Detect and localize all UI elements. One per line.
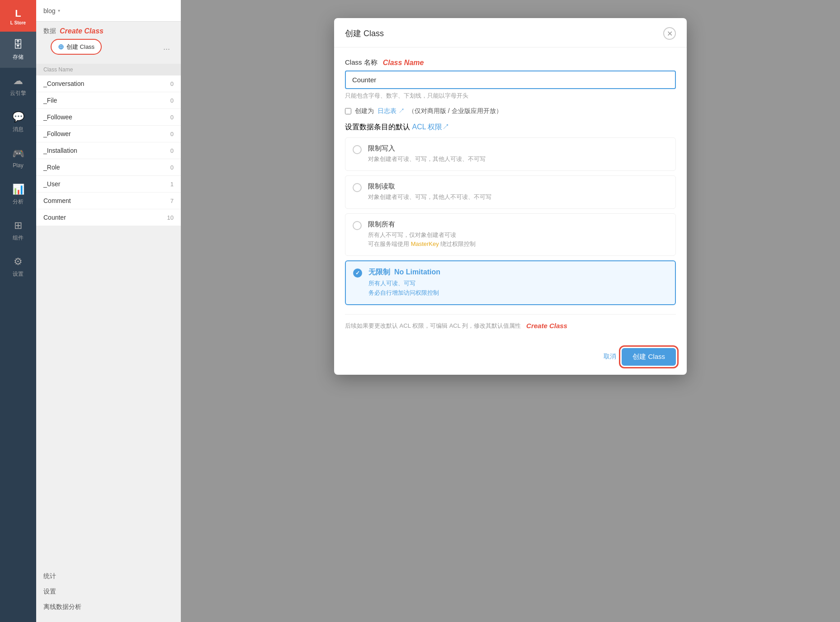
- radio-restrict-write: [353, 145, 362, 154]
- log-table-link[interactable]: 日志表 ↗: [378, 107, 405, 115]
- footer-offline-analysis[interactable]: 离线数据分析: [43, 599, 174, 615]
- acl-option-restrict-write[interactable]: 限制写入 对象创建者可读、可写，其他人可读、不可写: [345, 137, 676, 171]
- list-item[interactable]: Counter 10: [36, 209, 181, 226]
- modal-overlay[interactable]: 创建 Class ✕ Class 名称 Class Name 只能包含字母、数字…: [181, 0, 840, 622]
- radio-restrict-all: [353, 221, 362, 230]
- log-table-suffix: （仅对商用版 / 企业版应用开放）: [408, 107, 502, 115]
- cloud-icon: ☁: [13, 75, 23, 87]
- acl-option-desc: 所有人不可写，仅对象创建者可读 可在服务端使用 MasterKey 绕过权限控制: [368, 231, 668, 250]
- sidebar-label-components: 组件: [13, 234, 24, 242]
- class-name-input[interactable]: [345, 71, 676, 89]
- masterkey-text: MasterKey: [411, 240, 439, 247]
- class-name-hint: 只能包含字母、数字、下划线，只能以字母开头: [345, 92, 676, 100]
- acl-link[interactable]: ACL 权限↗: [412, 123, 449, 131]
- sidebar-label-storage: 存储: [13, 53, 24, 61]
- class-name: _Conversation: [43, 80, 84, 87]
- acl-option-restrict-read[interactable]: 限制读取 对象创建者可读、可写，其他人不可读、不可写: [345, 175, 676, 209]
- sidebar-label-analytics: 分析: [13, 198, 24, 206]
- top-bar: blog ▾: [36, 0, 181, 22]
- create-button[interactable]: 创建 Class: [622, 348, 676, 366]
- acl-option-title: 限制读取: [368, 182, 668, 191]
- list-item[interactable]: _Follower 0: [36, 126, 181, 142]
- list-item[interactable]: _Installation 0: [36, 142, 181, 159]
- modal-close-button[interactable]: ✕: [663, 27, 676, 40]
- list-item[interactable]: _Conversation 0: [36, 75, 181, 92]
- acl-option-content: 无限制 No Limitation 所有人可读、可写 务必自行增加访问权限控制: [368, 268, 668, 298]
- sidebar-item-components[interactable]: ⊞ 组件: [0, 212, 36, 249]
- settings-icon: ⚙: [14, 256, 23, 268]
- acl-label-text: 设置数据条目的默认: [345, 123, 410, 131]
- left-panel: blog ▾ 数据 Create Class ⊕ 创建 Class ··· Cl…: [36, 0, 181, 622]
- acl-option-content: 限制所有 所有人不可写，仅对象创建者可读 可在服务端使用 MasterKey 绕…: [368, 220, 668, 250]
- acl-option-title: 限制写入: [368, 144, 668, 153]
- play-icon: 🎮: [12, 148, 24, 160]
- list-item[interactable]: _User 1: [36, 176, 181, 193]
- sidebar-item-message[interactable]: 💬 消息: [0, 104, 36, 140]
- acl-section-label: 设置数据条目的默认 ACL 权限↗: [345, 123, 676, 132]
- class-count: 0: [170, 147, 174, 154]
- modal-header: 创建 Class ✕: [334, 18, 687, 47]
- modal-title: 创建 Class: [345, 28, 384, 39]
- log-table-row: 创建为 日志表 ↗ （仅对商用版 / 企业版应用开放）: [345, 107, 676, 115]
- class-name: _User: [43, 180, 60, 188]
- storage-icon: 🗄: [13, 39, 23, 51]
- class-name-label: Class 名称: [345, 58, 378, 67]
- modal-footer-hint: 后续如果要更改默认 ACL 权限，可编辑 ACL 列，修改其默认值属性: [345, 322, 521, 330]
- acl-option-content: 限制写入 对象创建者可读、可写，其他人可读、不可写: [368, 144, 668, 164]
- class-name: _Role: [43, 164, 60, 171]
- more-button[interactable]: ···: [160, 42, 174, 56]
- data-label: 数据: [43, 27, 56, 35]
- acl-option-desc: 对象创建者可读、可写，其他人可读、不可写: [368, 155, 668, 164]
- panel-header: 数据 Create Class: [36, 22, 181, 39]
- main-area: 创建 Class ✕ Class 名称 Class Name 只能包含字母、数字…: [181, 0, 840, 622]
- analytics-icon: 📊: [12, 184, 24, 195]
- modal-body: Class 名称 Class Name 只能包含字母、数字、下划线，只能以字母开…: [334, 47, 687, 341]
- close-icon: ✕: [667, 29, 673, 38]
- footer-create-annotation: Create Class: [526, 322, 567, 330]
- class-name-group: Class 名称 Class Name 只能包含字母、数字、下划线，只能以字母开…: [345, 58, 676, 100]
- radio-restrict-read: [353, 183, 362, 192]
- class-count: 0: [170, 131, 174, 137]
- class-count: 7: [170, 198, 174, 204]
- class-name: _Followee: [43, 113, 72, 121]
- message-icon: 💬: [12, 111, 24, 123]
- acl-option-desc: 对象创建者可读、可写，其他人不可读、不可写: [368, 193, 668, 202]
- class-name: _Installation: [43, 147, 77, 154]
- sidebar-item-storage[interactable]: 🗄 存储: [0, 32, 36, 68]
- acl-option-title: 限制所有: [368, 220, 668, 229]
- list-item[interactable]: _Followee 0: [36, 109, 181, 126]
- log-table-checkbox[interactable]: [345, 108, 351, 114]
- class-name: Comment: [43, 197, 71, 204]
- sidebar-item-cloud[interactable]: ☁ 云引擎: [0, 68, 36, 104]
- class-count: 0: [170, 114, 174, 121]
- panel-footer: 统计 设置 离线数据分析: [36, 561, 181, 622]
- create-class-button[interactable]: ⊕ 创建 Class: [51, 39, 102, 55]
- class-list: _Conversation 0 _File 0 _Followee 0 _Fol…: [36, 75, 181, 561]
- footer-statistics[interactable]: 统计: [43, 569, 174, 584]
- sidebar-label-play: Play: [13, 162, 23, 169]
- footer-settings[interactable]: 设置: [43, 584, 174, 599]
- list-item[interactable]: Comment 7: [36, 193, 181, 209]
- list-item[interactable]: _Role 0: [36, 159, 181, 176]
- sidebar-item-analytics[interactable]: 📊 分析: [0, 176, 36, 212]
- cancel-button[interactable]: 取消: [604, 353, 616, 361]
- acl-option-no-limit[interactable]: 无限制 No Limitation 所有人可读、可写 务必自行增加访问权限控制: [345, 260, 676, 305]
- class-name: Counter: [43, 214, 66, 221]
- acl-option-title-no-limit: 无限制 No Limitation: [368, 268, 668, 277]
- acl-option-restrict-all[interactable]: 限制所有 所有人不可写，仅对象创建者可读 可在服务端使用 MasterKey 绕…: [345, 213, 676, 256]
- create-class-modal: 创建 Class ✕ Class 名称 Class Name 只能包含字母、数字…: [334, 18, 687, 375]
- components-icon: ⊞: [14, 220, 22, 231]
- sidebar-item-settings[interactable]: ⚙ 设置: [0, 249, 36, 285]
- class-count: 0: [170, 80, 174, 87]
- list-item[interactable]: _File 0: [36, 92, 181, 109]
- app-logo[interactable]: L L Store: [0, 0, 36, 32]
- radio-no-limit: [353, 269, 362, 278]
- blog-label: blog: [43, 7, 55, 14]
- class-count: 1: [170, 181, 174, 188]
- class-name: _Follower: [43, 130, 71, 137]
- app-name: L Store: [10, 20, 26, 25]
- sidebar-item-play[interactable]: 🎮 Play: [0, 140, 36, 176]
- class-count: 0: [170, 164, 174, 171]
- sidebar-dark: L L Store 🗄 存储 ☁ 云引擎 💬 消息 🎮 Play 📊 分析 ⊞ …: [0, 0, 36, 622]
- class-count: 0: [170, 97, 174, 104]
